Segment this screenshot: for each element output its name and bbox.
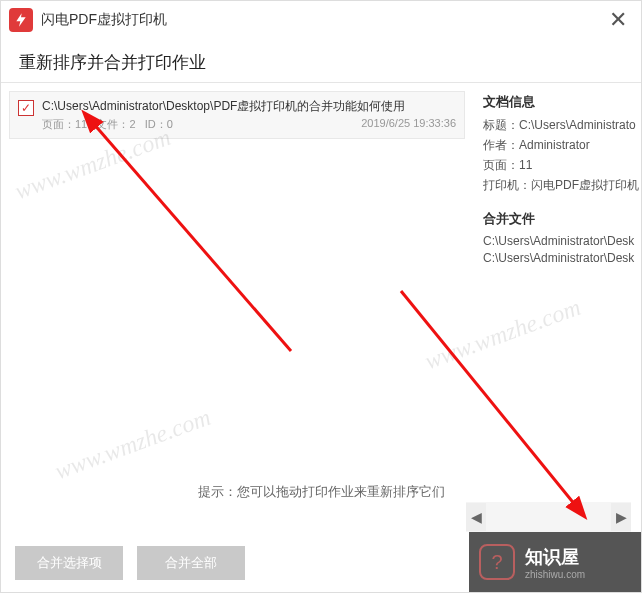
- print-job-item[interactable]: ✓ C:\Users\Administrator\Desktop\PDF虚拟打印…: [9, 91, 465, 139]
- job-list: ✓ C:\Users\Administrator\Desktop\PDF虚拟打印…: [1, 83, 473, 503]
- merge-selected-button[interactable]: 合并选择项: [15, 546, 123, 580]
- brand-name: 知识屋: [525, 545, 585, 569]
- merge-all-button[interactable]: 合并全部: [137, 546, 245, 580]
- thumb-next-button[interactable]: ▶: [611, 503, 631, 531]
- brand-icon: ?: [479, 544, 515, 580]
- merge-file: C:\Users\Administrator\Desk: [483, 251, 637, 265]
- brand-badge: ? 知识屋 zhishiwu.com: [469, 532, 641, 592]
- merge-file: C:\Users\Administrator\Desk: [483, 234, 637, 248]
- thumb-prev-button[interactable]: ◀: [466, 503, 486, 531]
- titlebar: 闪电PDF虚拟打印机 ✕: [1, 1, 641, 39]
- page-heading: 重新排序并合并打印作业: [1, 39, 641, 83]
- thumbnail-strip: ◀ ▶: [466, 502, 631, 532]
- brand-domain: zhishiwu.com: [525, 569, 585, 580]
- job-path: C:\Users\Administrator\Desktop\PDF虚拟打印机的…: [42, 98, 456, 115]
- merge-title: 合并文件: [483, 210, 637, 228]
- job-checkbox[interactable]: ✓: [18, 100, 34, 116]
- hint-text: 提示：您可以拖动打印作业来重新排序它们: [1, 483, 641, 501]
- info-panel: 文档信息 标题：C:\Users\Administrato 作者：Adminis…: [473, 83, 641, 503]
- job-timestamp: 2019/6/25 19:33:36: [361, 117, 456, 132]
- app-logo-icon: [9, 8, 33, 32]
- close-button[interactable]: ✕: [603, 5, 633, 35]
- window-title: 闪电PDF虚拟打印机: [41, 11, 167, 29]
- docinfo-title: 文档信息: [483, 93, 637, 111]
- job-meta-left: 页面：11 文件：2 ID：0: [42, 117, 173, 132]
